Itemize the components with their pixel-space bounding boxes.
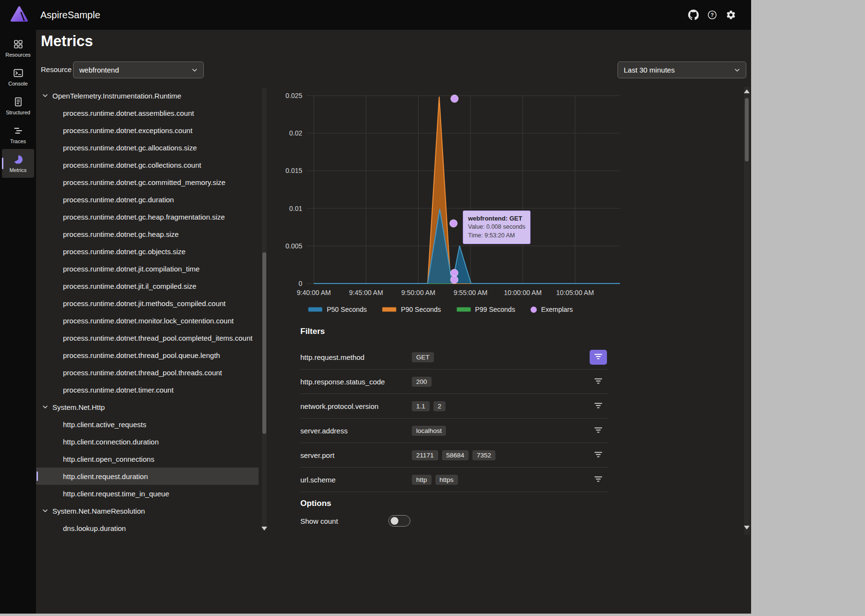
tree-item[interactable]: process.runtime.dotnet.gc.heap.fragmenta… — [36, 208, 259, 225]
legend-label: Exemplars — [541, 306, 573, 313]
sidebar-item-structured[interactable]: Structured — [2, 91, 34, 120]
tree-item[interactable]: process.runtime.dotnet.gc.collections.co… — [36, 156, 259, 173]
app-title: AspireSample — [40, 0, 100, 30]
tree-scrollbar-thumb[interactable] — [262, 252, 266, 434]
filter-button[interactable] — [590, 374, 607, 389]
tree-item[interactable]: process.runtime.dotnet.jit.compilation_t… — [36, 260, 259, 277]
exemplar-dot[interactable] — [450, 220, 457, 227]
github-button[interactable] — [688, 9, 699, 21]
legend-label: P99 Seconds — [475, 306, 515, 313]
sidebar-item-resources[interactable]: Resources — [2, 34, 34, 62]
metrics-icon — [13, 154, 24, 165]
tree-item[interactable]: process.runtime.dotnet.exceptions.count — [36, 122, 259, 139]
tree-item-label: process.runtime.dotnet.assemblies.count — [63, 109, 194, 117]
filter-button[interactable] — [590, 448, 607, 463]
filter-values: 1.12 — [412, 401, 445, 411]
top-bar: AspireSample ? — [0, 0, 751, 30]
filter-button[interactable] — [590, 399, 607, 414]
tree-item[interactable]: process.runtime.dotnet.thread_pool.compl… — [36, 329, 259, 346]
legend-item-exemplars[interactable]: Exemplars — [531, 306, 573, 313]
app-window: AspireSample ? ResourcesConsoleStructure… — [0, 0, 751, 614]
time-range-value: Last 30 minutes — [624, 66, 675, 74]
tree-item[interactable]: http.client.active_requests — [36, 416, 259, 433]
resource-select[interactable]: webfrontend — [73, 62, 204, 78]
tree-item[interactable]: process.runtime.dotnet.gc.heap.size — [36, 225, 259, 243]
metrics-chart[interactable]: 00.0050.010.0150.020.0259:40:00 AM9:45:0… — [272, 87, 627, 301]
github-icon — [688, 10, 699, 20]
filter-button[interactable] — [590, 350, 607, 365]
chevron-down-icon[interactable] — [42, 508, 48, 514]
filter-icon — [594, 450, 603, 460]
filter-value-badge: 7352 — [472, 450, 495, 460]
filter-name: url.scheme — [300, 476, 412, 484]
tree-item-label: process.runtime.dotnet.gc.allocations.si… — [63, 144, 197, 152]
resource-select-value: webfrontend — [79, 66, 119, 74]
tree-item-label: process.runtime.dotnet.gc.collections.co… — [63, 161, 201, 169]
tree-item[interactable]: http.client.request.duration — [36, 468, 259, 485]
tree-item-label: http.client.request.duration — [63, 472, 148, 480]
page-scroll-down-icon[interactable] — [744, 526, 750, 530]
tree-item-label: process.runtime.dotnet.gc.objects.size — [63, 247, 185, 256]
tree-item[interactable]: process.runtime.dotnet.thread_pool.queue… — [36, 346, 259, 364]
legend-label: P90 Seconds — [401, 306, 441, 313]
tree-item[interactable]: process.runtime.dotnet.monitor.lock_cont… — [36, 312, 259, 329]
tree-item[interactable]: process.runtime.dotnet.thread_pool.threa… — [36, 364, 259, 381]
structured-icon — [13, 97, 24, 107]
filter-row: network.protocol.version1.12 — [300, 394, 608, 419]
y-tick-label: 0 — [298, 280, 302, 287]
tree-item[interactable]: process.runtime.dotnet.assemblies.count — [36, 104, 259, 122]
x-tick-label: 10:05:00 AM — [556, 289, 594, 296]
tree-item-label: process.runtime.dotnet.gc.committed_memo… — [63, 178, 225, 186]
tree-item[interactable]: http.client.request.time_in_queue — [36, 485, 259, 502]
tree-item[interactable]: process.runtime.dotnet.gc.duration — [36, 191, 259, 208]
topbar-actions: ? — [688, 0, 737, 30]
gear-icon — [726, 10, 736, 20]
legend-item-p99-seconds[interactable]: P99 Seconds — [457, 306, 515, 313]
tooltip-time: Time: 9:53:20 AM — [468, 232, 525, 240]
sidebar-item-metrics[interactable]: Metrics — [2, 149, 34, 178]
filter-value-badge: localhost — [412, 426, 446, 436]
filter-name: server.address — [300, 427, 412, 435]
legend-item-p90-seconds[interactable]: P90 Seconds — [382, 306, 441, 313]
sidebar-item-console[interactable]: Console — [2, 62, 34, 91]
tree-item[interactable]: process.runtime.dotnet.gc.committed_memo… — [36, 173, 259, 191]
tree-item-label: process.runtime.dotnet.thread_pool.queue… — [63, 351, 220, 359]
filter-value-badge: 200 — [412, 377, 432, 387]
chart-tooltip: webfrontend: GET Value: 0.008 seconds Ti… — [463, 210, 531, 244]
tree-group[interactable]: OpenTelemetry.Instrumentation.Runtime — [36, 87, 259, 104]
exemplar-dot[interactable] — [451, 95, 458, 102]
tree-group-label: System.Net.Http — [52, 403, 105, 411]
tree-item[interactable]: process.runtime.dotnet.gc.allocations.si… — [36, 139, 259, 156]
settings-button[interactable] — [725, 9, 737, 21]
tree-item[interactable]: process.runtime.dotnet.jit.il_compiled.s… — [36, 277, 259, 295]
tree-item[interactable]: process.runtime.dotnet.gc.objects.size — [36, 243, 259, 260]
show-count-toggle[interactable] — [388, 515, 410, 527]
legend-item-p50-seconds[interactable]: P50 Seconds — [308, 306, 367, 313]
page-scroll-up-icon[interactable] — [744, 89, 750, 93]
page-scrollbar-thumb[interactable] — [745, 98, 749, 161]
options-heading: Options — [300, 499, 331, 508]
chevron-down-icon[interactable] — [42, 93, 48, 99]
filter-icon — [594, 401, 603, 411]
tree-item[interactable]: dns.lookup.duration — [36, 519, 259, 537]
tree-item[interactable]: http.client.open_connections — [36, 450, 259, 468]
chevron-down-icon[interactable] — [42, 404, 48, 410]
filter-button[interactable] — [590, 472, 607, 487]
tree-item[interactable]: process.runtime.dotnet.jit.methods_compi… — [36, 295, 259, 312]
tree-item-label: http.client.open_connections — [63, 455, 154, 463]
sidebar-item-traces[interactable]: Traces — [2, 120, 34, 149]
exemplar-dot[interactable] — [450, 276, 458, 283]
help-button[interactable]: ? — [706, 9, 718, 21]
exemplar-dot[interactable] — [450, 269, 458, 277]
filter-row: server.port21171586847352 — [300, 443, 608, 468]
time-range-select[interactable]: Last 30 minutes — [618, 62, 746, 78]
tree-item[interactable]: process.runtime.dotnet.timer.count — [36, 381, 259, 398]
filter-button[interactable] — [590, 423, 607, 438]
tree-item[interactable]: http.client.connection.duration — [36, 433, 259, 450]
filter-name: http.request.method — [300, 353, 412, 361]
filter-value-badge: 2 — [433, 401, 446, 411]
tree-group[interactable]: System.Net.Http — [36, 398, 259, 416]
tree-group[interactable]: System.Net.NameResolution — [36, 502, 259, 519]
y-tick-label: 0.01 — [289, 205, 302, 212]
tree-scroll-down-icon[interactable] — [261, 527, 267, 530]
